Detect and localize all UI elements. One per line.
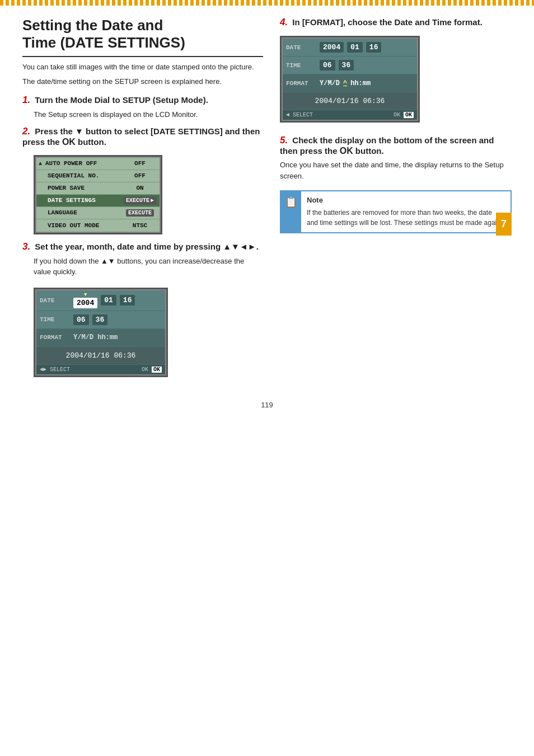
execute-badge-lang: EXECUTE	[126, 209, 154, 217]
menu-row-video-out: VIDEO OUT MODE NTSC	[36, 219, 160, 232]
menu-row-sequential: SEQUENTIAL NO. OFF	[36, 170, 160, 182]
note-box: 📋 Note If the batteries are removed for …	[280, 190, 512, 233]
step4-time-row: TIME 06 36	[283, 57, 417, 74]
year-value: 2004	[73, 298, 97, 308]
right-column: 4. In [FORMAT], choose the Date and Time…	[280, 17, 512, 384]
time-row: TIME 06 36	[36, 311, 165, 329]
setup-menu-screen: ▲ AUTO POWER OFF OFF SEQUENTIAL NO. OFF …	[34, 155, 162, 234]
step1-number: 1.	[22, 95, 30, 105]
step3-heading-text: Set the year, month, date and time by pr…	[35, 242, 258, 251]
format-row: FORMAT Y/M/D hh:mm	[36, 329, 165, 347]
menu-row-auto-power: ▲ AUTO POWER OFF OFF	[36, 158, 160, 170]
chapter-badge: 7	[496, 213, 512, 236]
step2-heading-text: Press the ▼ button to select [DATE SETTI…	[22, 126, 260, 147]
left-column: Setting the Date and Time (DATE SETTINGS…	[22, 17, 263, 384]
execute-badge: EXECUTE ►	[124, 197, 156, 204]
page-title: Setting the Date and Time (DATE SETTINGS…	[22, 17, 263, 57]
step4-preview-row: 2004/01/16 06:36	[283, 92, 417, 110]
hour-value: 06	[73, 314, 89, 325]
step3-date-screen: DATE ▼ 2004 01 16	[34, 288, 168, 377]
step4-format-row: FORMAT Y/M/D ^ hh:mm	[283, 74, 417, 92]
step5-number: 5.	[280, 135, 288, 145]
step1-heading-text: Turn the Mode Dial to SETUP (Setup Mode)…	[35, 95, 208, 105]
date-row: DATE ▼ 2004 01 16	[36, 290, 165, 311]
step4-bottom-bar: ◄ SELECT OK OK	[283, 110, 417, 120]
menu-row-date-settings: DATE SETTINGS EXECUTE ►	[36, 195, 160, 207]
step4-date-row: DATE 2004 01 16	[283, 39, 417, 57]
row-arrow: ▲	[36, 161, 42, 167]
note-content: Note If the batteries are removed for mo…	[301, 191, 510, 232]
step3-number: 3.	[22, 241, 30, 252]
step5-heading: 5. Check the display on the bottom of th…	[280, 135, 512, 156]
page-number: 119	[22, 401, 512, 409]
month-value: 01	[101, 295, 116, 306]
step2-heading: 2. Press the ▼ button to select [DATE SE…	[22, 126, 263, 147]
step4-heading: 4. In [FORMAT], choose the Date and Time…	[280, 17, 512, 28]
step5-sub: Once you have set the date and time, the…	[280, 159, 512, 181]
menu-row-power-save: POWER SAVE ON	[36, 182, 160, 195]
note-title: Note	[307, 196, 505, 204]
menu-row-language: LANGUAGE EXECUTE	[36, 207, 160, 219]
step2-number: 2.	[22, 126, 30, 137]
step4-date-screen: DATE 2004 01 16 TIME 06	[280, 36, 420, 123]
intro-text: You can take still images with the time …	[22, 62, 263, 87]
top-decorative-border	[0, 0, 534, 6]
minute-value: 36	[92, 314, 108, 325]
screen-bottom-bar: ◄► SELECT OK OK	[36, 365, 165, 374]
note-icon: 📋	[285, 196, 297, 208]
step5-heading-text: Check the display on the bottom of the s…	[280, 135, 494, 156]
step1-sub: The Setup screen is displayed on the LCD…	[34, 109, 263, 120]
step4-heading-text: In [FORMAT], choose the Date and Time fo…	[292, 17, 482, 27]
step3-sub: If you hold down the ▲▼ buttons, you can…	[34, 256, 263, 278]
note-text: If the batteries are removed for more th…	[307, 208, 505, 228]
step3-heading: 3. Set the year, month, date and time by…	[22, 241, 263, 252]
step4-number: 4.	[280, 17, 288, 27]
note-sidebar: 📋	[281, 191, 301, 232]
preview-row: 2004/01/16 06:36	[36, 347, 165, 365]
day-value: 16	[120, 295, 135, 306]
step1-heading: 1. Turn the Mode Dial to SETUP (Setup Mo…	[22, 95, 263, 106]
